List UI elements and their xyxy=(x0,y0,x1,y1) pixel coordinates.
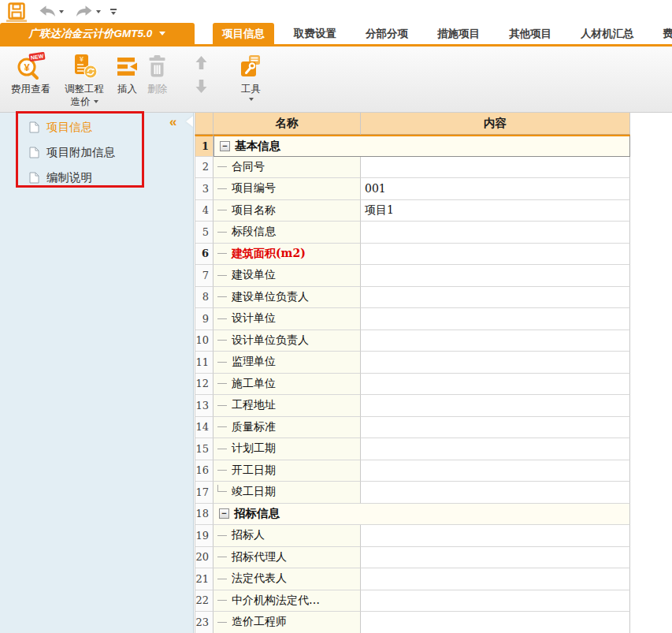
content-cell[interactable]: 001 xyxy=(361,178,630,200)
content-cell[interactable] xyxy=(361,568,630,590)
collapse-minus-icon[interactable]: − xyxy=(220,141,230,151)
save-button[interactable] xyxy=(6,1,27,22)
table-row[interactable]: 6建筑面积(m2) xyxy=(195,244,630,266)
undo-dropdown[interactable] xyxy=(59,10,64,13)
name-cell: 建筑面积(m2) xyxy=(213,244,361,266)
field-name: 招标人 xyxy=(232,528,265,542)
app-menu-button[interactable]: 广联达冶金云计价GMT5.0 xyxy=(0,23,195,44)
content-cell[interactable] xyxy=(361,438,630,460)
customize-quick-access-button[interactable] xyxy=(110,9,117,15)
content-cell[interactable] xyxy=(361,460,630,482)
content-cell[interactable] xyxy=(361,222,630,244)
tab-7[interactable]: 费用汇总 xyxy=(654,23,672,44)
table-row[interactable]: 18−招标信息 xyxy=(195,504,630,526)
quick-access-toolbar xyxy=(0,0,672,23)
table-row[interactable]: 12施工单位 xyxy=(195,374,630,396)
content-cell[interactable] xyxy=(361,482,630,504)
content-cell[interactable] xyxy=(361,308,630,330)
delete-label: 删除 xyxy=(147,83,167,95)
content-cell[interactable] xyxy=(361,612,630,633)
content-cell[interactable] xyxy=(361,157,630,179)
svg-text:¥: ¥ xyxy=(80,55,84,63)
content-cell[interactable] xyxy=(361,374,630,396)
content-cell[interactable] xyxy=(361,330,630,352)
field-name: 施工单位 xyxy=(232,377,276,391)
undo-icon xyxy=(38,5,57,18)
magnifier-yen-new-icon: ¥ NEW xyxy=(16,50,46,83)
content-cell[interactable] xyxy=(361,590,630,613)
table-row[interactable]: 8建设单位负责人 xyxy=(195,287,630,309)
table-row[interactable]: 21法定代表人 xyxy=(195,568,630,590)
table-row[interactable]: 23造价工程师 xyxy=(195,612,630,633)
tree-branch-icon xyxy=(217,296,227,297)
row-number: 6 xyxy=(195,244,213,266)
tree-branch-icon xyxy=(217,426,227,427)
table-row[interactable]: 16开工日期 xyxy=(195,460,630,482)
adjust-cost-button[interactable]: ¥ 调整工程 造价 xyxy=(65,50,104,108)
move-up-button[interactable] xyxy=(195,56,207,69)
name-cell: 设计单位 xyxy=(213,308,361,330)
row-number: 19 xyxy=(195,525,213,547)
name-cell: 合同号 xyxy=(213,157,361,179)
content-column-header: 内容 xyxy=(361,113,630,135)
table-row[interactable]: 2合同号 xyxy=(195,157,630,179)
row-number: 14 xyxy=(195,417,213,439)
tab-4[interactable]: 措施项目 xyxy=(428,23,489,44)
content-cell[interactable] xyxy=(361,525,630,547)
content-cell[interactable]: 项目1 xyxy=(361,200,630,222)
tab-5[interactable]: 其他项目 xyxy=(499,23,561,44)
table-row[interactable]: 3项目编号001 xyxy=(195,178,630,200)
tab-3[interactable]: 分部分项 xyxy=(356,23,418,44)
row-number: 4 xyxy=(195,200,213,222)
content-cell[interactable] xyxy=(361,244,630,266)
redo-dropdown[interactable] xyxy=(96,10,101,13)
name-cell: 招标代理人 xyxy=(213,547,361,569)
sidebar-collapse-button[interactable]: « xyxy=(169,115,175,128)
redo-button[interactable] xyxy=(75,5,94,18)
content-cell[interactable] xyxy=(361,287,630,309)
row-number: 11 xyxy=(195,352,213,374)
field-name: 工程地址 xyxy=(232,398,276,412)
tree-branch-icon xyxy=(217,362,227,363)
table-row[interactable]: 13工程地址 xyxy=(195,395,630,417)
collapse-minus-icon[interactable]: − xyxy=(219,508,229,519)
content-cell[interactable] xyxy=(361,265,630,287)
tree-branch-icon xyxy=(217,253,227,254)
content-cell[interactable] xyxy=(361,395,630,417)
table-row[interactable]: 19招标人 xyxy=(195,525,630,547)
table-row[interactable]: 7建设单位 xyxy=(195,265,630,287)
row-number: 18 xyxy=(195,504,213,526)
row-number: 9 xyxy=(195,308,213,330)
calculator-coin-icon: ¥ xyxy=(71,50,98,83)
row-number: 20 xyxy=(195,547,213,569)
table-row[interactable]: 22中介机构法定代… xyxy=(195,590,630,613)
table-row[interactable]: 9设计单位 xyxy=(195,308,630,330)
table-row[interactable]: 20招标代理人 xyxy=(195,547,630,569)
splitter-notch-icon[interactable] xyxy=(186,116,193,127)
table-row[interactable]: 15计划工期 xyxy=(195,438,630,460)
undo-button[interactable] xyxy=(38,5,57,18)
table-row[interactable]: 17竣工日期 xyxy=(195,482,630,504)
name-cell: 质量标准 xyxy=(213,417,361,439)
table-row[interactable]: 1−基本信息 xyxy=(195,135,630,157)
content-cell[interactable] xyxy=(361,417,630,439)
tab-1[interactable]: 项目信息 xyxy=(213,23,274,44)
delete-button[interactable]: 删除 xyxy=(147,50,167,95)
content-cell[interactable] xyxy=(361,352,630,374)
tools-button[interactable]: 工具 xyxy=(239,50,263,101)
insert-button[interactable]: 插入 xyxy=(117,50,138,95)
insert-label: 插入 xyxy=(117,83,137,95)
content-cell[interactable] xyxy=(361,547,630,569)
table-row[interactable]: 14质量标准 xyxy=(195,417,630,439)
table-row[interactable]: 10设计单位负责人 xyxy=(195,330,630,352)
tab-2[interactable]: 取费设置 xyxy=(284,23,346,44)
row-number: 15 xyxy=(195,438,213,460)
table-row[interactable]: 4项目名称项目1 xyxy=(195,200,630,222)
tab-6[interactable]: 人材机汇总 xyxy=(571,23,644,44)
row-number: 3 xyxy=(195,178,213,200)
table-row[interactable]: 11监理单位 xyxy=(195,352,630,374)
table-row[interactable]: 5标段信息 xyxy=(195,222,630,244)
move-down-button[interactable] xyxy=(195,80,207,93)
fee-view-button[interactable]: ¥ NEW 费用查看 xyxy=(11,50,50,95)
name-cell: 开工日期 xyxy=(213,460,361,482)
